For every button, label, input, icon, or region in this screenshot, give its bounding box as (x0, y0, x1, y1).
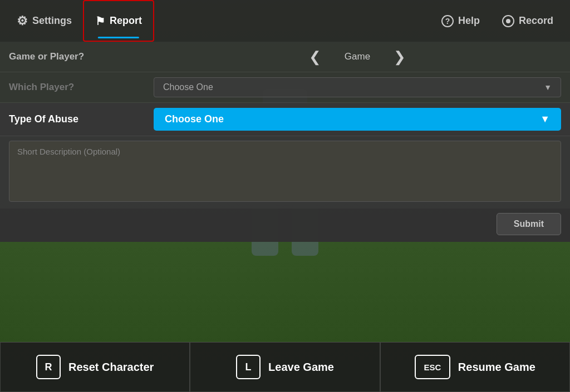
flag-icon: ⚑ (95, 14, 105, 28)
report-menu-item[interactable]: ⚑ Report (83, 0, 154, 42)
which-player-label: Which Player? (9, 82, 154, 93)
main-panel: Game or Player? ❮ Game ❯ Which Player? C… (0, 42, 570, 242)
help-icon: ? (441, 15, 454, 27)
report-label: Report (110, 15, 142, 27)
type-of-abuse-dropdown[interactable]: Choose One ▼ (154, 108, 561, 131)
description-textarea[interactable] (9, 141, 561, 202)
leave-label: Leave Game (268, 361, 334, 374)
game-or-player-value: ❮ Game ❯ (154, 46, 561, 68)
reset-label: Reset Character (68, 361, 154, 374)
type-of-abuse-value: Choose One (165, 113, 224, 125)
prev-arrow[interactable]: ❮ (302, 46, 328, 68)
settings-icon: ⚙ (17, 14, 28, 28)
settings-menu-item[interactable]: ⚙ Settings (6, 0, 83, 42)
type-of-abuse-label: Type Of Abuse (9, 113, 154, 125)
record-icon (502, 15, 514, 27)
top-bar: ⚙ Settings ⚑ Report ? Help Record (0, 0, 570, 42)
type-of-abuse-arrow: ▼ (540, 113, 550, 125)
leave-game-button[interactable]: L Leave Game (190, 342, 380, 392)
game-or-player-label: Game or Player? (9, 51, 154, 62)
submit-button[interactable]: Submit (497, 213, 561, 235)
record-menu-item[interactable]: Record (491, 0, 564, 42)
resume-label: Resume Game (458, 361, 535, 374)
which-player-row: Which Player? Choose One ▼ (0, 72, 570, 103)
help-menu-item[interactable]: ? Help (430, 0, 491, 42)
resume-key-badge: ESC (415, 355, 450, 379)
record-label: Record (519, 15, 553, 27)
bottom-bar: R Reset Character L Leave Game ESC Resum… (0, 342, 570, 392)
settings-label: Settings (32, 15, 72, 27)
reset-key-badge: R (36, 355, 61, 379)
reset-character-button[interactable]: R Reset Character (0, 342, 190, 392)
help-label: Help (458, 15, 480, 27)
which-player-dropdown[interactable]: Choose One ▼ (154, 77, 561, 97)
leave-key-badge: L (236, 355, 261, 379)
which-player-value: Choose One (163, 82, 213, 92)
resume-game-button[interactable]: ESC Resume Game (380, 342, 570, 392)
description-row (0, 136, 570, 209)
next-arrow[interactable]: ❯ (387, 46, 412, 68)
which-player-arrow: ▼ (544, 83, 552, 92)
type-of-abuse-row: Type Of Abuse Choose One ▼ (0, 103, 570, 136)
game-or-player-row: Game or Player? ❮ Game ❯ (0, 42, 570, 72)
submit-row: Submit (0, 209, 570, 242)
game-value: Game (345, 51, 370, 62)
